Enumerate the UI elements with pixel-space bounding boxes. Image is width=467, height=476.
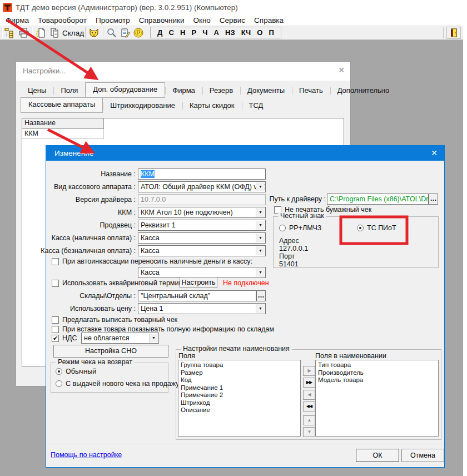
menu-item[interactable]: Товарооборот [33, 16, 91, 24]
driver-path-field[interactable]: C:\Program Files (x86)\ATOL\Drivers [327, 194, 429, 205]
checkbox[interactable] [52, 258, 59, 265]
menu-item[interactable]: Фирма [1, 16, 33, 24]
letter-button[interactable]: Н [180, 28, 185, 37]
configure-button[interactable]: Настроить [180, 277, 217, 288]
transfer-arrow-button[interactable]: ▶ [303, 366, 315, 376]
menu-item[interactable]: Справочники [135, 16, 189, 24]
radio[interactable] [56, 380, 62, 387]
tab[interactable]: Поля [53, 83, 85, 98]
tab[interactable]: Штрихкодирование [103, 98, 182, 113]
radio[interactable] [279, 225, 286, 231]
letter-button[interactable]: Р [191, 28, 196, 37]
list-item[interactable]: Штрихкод [178, 399, 300, 407]
coin-icon[interactable] [133, 27, 145, 38]
menu-item[interactable]: Окно [188, 16, 215, 24]
edit-doc-icon[interactable] [120, 27, 131, 38]
fields-list[interactable]: Группа товараРазмерКодПримечание 1Примеч… [178, 360, 301, 437]
tree-icon[interactable] [4, 27, 16, 38]
list-item[interactable]: Код [178, 376, 300, 384]
list-item[interactable]: Описание [178, 406, 300, 414]
warehouses-field[interactable]: "Центральный склад" [138, 290, 256, 301]
cash-combo[interactable]: Касса▼ [138, 232, 266, 244]
grid-row-kkm[interactable]: ККМ [22, 129, 104, 139]
cancel-button[interactable]: Отмена [401, 449, 444, 462]
device-type-combo[interactable]: АТОЛ: Общий драйвер ККМ (ОФД) v.10▼ [138, 181, 266, 192]
transfer-arrow-button[interactable]: ▼ [303, 427, 315, 437]
price-combo[interactable]: Цена 1▼ [138, 303, 266, 314]
radio-selected[interactable] [56, 368, 62, 375]
sno-button[interactable]: Настройка СНО [53, 345, 168, 358]
chevron-down-icon[interactable]: ▼ [256, 221, 265, 230]
menu-item[interactable]: Просмотр [91, 16, 135, 24]
letter-button[interactable]: А [214, 28, 219, 37]
exit-door-icon[interactable] [446, 27, 461, 39]
tab[interactable]: Кассовые аппараты [21, 97, 103, 113]
grid-column-header[interactable]: Название [22, 118, 104, 129]
chevron-down-icon[interactable]: ▼ [256, 268, 265, 277]
chevron-down-icon[interactable]: ▼ [256, 304, 265, 313]
fields-in-name-list[interactable]: Тип товараПроизводительМодель товара [315, 360, 439, 437]
chevron-down-icon[interactable]: ▼ [256, 234, 265, 242]
transfer-arrow-button[interactable]: ▲ [303, 415, 315, 425]
cat-icon[interactable] [88, 27, 100, 38]
chevron-down-icon[interactable]: ▼ [256, 182, 265, 191]
chevron-down-icon[interactable]: ▼ [256, 246, 265, 255]
list-item[interactable]: Тип товара [316, 361, 438, 369]
ok-button[interactable]: ОК [356, 449, 399, 462]
tab[interactable]: Дополнительно [330, 83, 397, 98]
name-input[interactable]: ККМ [138, 168, 266, 180]
radio-selected[interactable] [357, 225, 364, 231]
tab[interactable]: Резерв [202, 83, 240, 98]
close-icon[interactable]: ✕ [431, 148, 438, 157]
transfer-arrow-button[interactable]: ◀◀ [303, 401, 315, 411]
seller-combo[interactable]: Реквизит 1▼ [138, 220, 266, 231]
tab[interactable]: ТСД [242, 98, 271, 113]
letter-button[interactable]: КЧ [241, 28, 251, 37]
checkbox[interactable] [52, 326, 59, 333]
checkbox[interactable] [52, 316, 59, 324]
cashless-combo[interactable]: Касса▼ [138, 245, 266, 256]
list-item[interactable]: Группа товара [178, 361, 300, 369]
chevron-down-icon[interactable]: ▼ [256, 208, 265, 217]
list-item[interactable]: Производитель [316, 369, 438, 377]
list-item[interactable]: Модель товара [316, 376, 438, 384]
letter-button[interactable]: НЗ [225, 28, 235, 37]
menu-item[interactable]: Сервис [215, 16, 250, 24]
letter-button[interactable]: С [168, 28, 173, 37]
browse-button[interactable]: … [256, 290, 266, 301]
tab[interactable]: Карты скидок [182, 98, 242, 113]
tab[interactable]: Доп. оборудование [85, 82, 165, 98]
list-item[interactable]: Размер [178, 369, 300, 377]
transfer-arrow-button[interactable]: ▶▶ [303, 378, 315, 388]
letter-button[interactable]: П [269, 28, 274, 37]
menu-item[interactable]: Справка [250, 16, 288, 24]
tab[interactable]: Цены [21, 83, 53, 98]
letter-button[interactable]: Ч [202, 28, 207, 37]
list-item[interactable]: Примечание 1 [178, 384, 300, 392]
checkbox-checked[interactable] [52, 335, 59, 342]
price-label: Использовать цену : [24, 305, 136, 313]
kkm-combo[interactable]: ККМ Атол 10 (не подключен)▼ [138, 207, 266, 218]
print-icon[interactable] [18, 27, 30, 38]
tab[interactable]: Документы [240, 83, 292, 98]
list-item[interactable]: Примечание 2 [178, 391, 300, 399]
copy-icon[interactable] [49, 27, 61, 38]
fullinfo-label: При вставке товара показывать полную инф… [62, 325, 274, 333]
letter-button[interactable]: Д [157, 28, 162, 37]
checkbox[interactable] [52, 280, 59, 287]
help-link[interactable]: Помощь по настройке [51, 451, 122, 459]
chevron-down-icon[interactable]: ▼ [149, 334, 158, 343]
browse-button[interactable]: … [429, 194, 438, 205]
sklad-button[interactable]: Склад [62, 29, 84, 37]
close-icon[interactable]: ✕ [338, 66, 345, 75]
autoincass-combo[interactable]: Касса▼ [138, 267, 266, 278]
receipt-checkbox-row: Предлагать выписать товарный чек [52, 316, 177, 324]
toolbar-separator [32, 27, 32, 38]
letter-button[interactable]: О [257, 28, 262, 37]
new-doc-icon[interactable] [35, 27, 47, 38]
transfer-arrow-button[interactable]: ◀ [303, 390, 315, 400]
vat-combo[interactable]: не облагается▼ [81, 333, 159, 344]
search-icon[interactable] [106, 27, 118, 38]
tab[interactable]: Фирма [165, 83, 202, 98]
tab[interactable]: Печать [292, 83, 330, 98]
